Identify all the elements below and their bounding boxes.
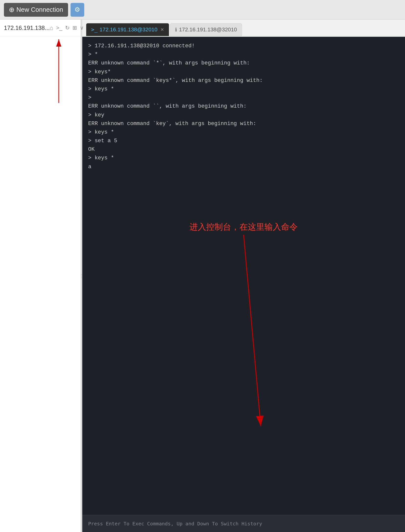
tab-info-icon: ℹ [175, 27, 177, 33]
annotation-text-label: 进入控制台，在这里输入命令 [190, 220, 298, 233]
terminal-line: ERR unknown command `*`, with args begin… [88, 59, 399, 67]
terminal-line: > keys* [88, 68, 399, 76]
annotation-area: 进入控制台，在这里输入命令 [88, 171, 399, 441]
sidebar-connection-item[interactable]: 172.16.191.138... ⌂ >_ ↻ ⊞ ∨ [0, 20, 81, 37]
chevron-down-icon[interactable]: ∨ [80, 25, 84, 31]
terminal-line: a [88, 163, 399, 171]
terminal-line: ERR unknown command ``, with args beginn… [88, 102, 399, 111]
terminal-line: > key [88, 111, 399, 119]
plus-icon: ⊕ [9, 6, 14, 14]
new-connection-label: New Connection [16, 6, 63, 13]
home-icon[interactable]: ⌂ [50, 25, 53, 31]
sidebar-toolbar: ⌂ >_ ↻ ⊞ ∨ [50, 25, 84, 31]
terminal-line: > * [88, 50, 399, 59]
terminal-output: > 172.16.191.138@32010 connected! > * ER… [82, 37, 405, 515]
terminal-line: > keys * [88, 85, 399, 93]
grid-icon[interactable]: ⊞ [72, 25, 77, 31]
terminal-line: > 172.16.191.138@32010 connected! [88, 42, 399, 50]
tab-terminal-close[interactable]: ✕ [160, 27, 164, 32]
settings-icon: ⚙ [74, 6, 80, 13]
settings-button[interactable]: ⚙ [71, 3, 84, 17]
tab-terminal-label: 172.16.191.138@32010 [100, 26, 157, 33]
terminal-line: > [88, 93, 399, 102]
new-connection-button[interactable]: ⊕ New Connection [4, 3, 68, 17]
main-layout: 172.16.191.138... ⌂ >_ ↻ ⊞ ∨ >_ [0, 20, 405, 532]
svg-line-3 [244, 235, 261, 426]
refresh-icon[interactable]: ↻ [65, 25, 70, 31]
sidebar: 172.16.191.138... ⌂ >_ ↻ ⊞ ∨ [0, 20, 81, 532]
terminal-icon[interactable]: >_ [56, 25, 62, 31]
terminal-input-bar[interactable]: Press Enter To Exec Commands, Up and Dow… [82, 515, 405, 532]
terminal-line: OK [88, 145, 399, 154]
terminal-line: > keys * [88, 128, 399, 137]
tab-terminal[interactable]: >_ 172.16.191.138@32010 ✕ [86, 23, 169, 36]
terminal-line: ERR unknown command `key`, with args beg… [88, 119, 399, 128]
tabs-bar: >_ 172.16.191.138@32010 ✕ ℹ 172.16.191.1… [82, 20, 405, 37]
connection-name: 172.16.191.138... [4, 25, 50, 31]
annotation-arrow [207, 235, 280, 431]
terminal-line: ERR unknown command `keys*`, with args b… [88, 76, 399, 85]
tab-info[interactable]: ℹ 172.16.191.138@32010 [170, 23, 242, 36]
terminal-line: > set a 5 [88, 137, 399, 145]
terminal-line: > keys * [88, 154, 399, 162]
tab-terminal-prefix: >_ [91, 26, 98, 33]
tab-info-label: 172.16.191.138@32010 [179, 26, 237, 33]
top-bar: ⊕ New Connection ⚙ [0, 0, 405, 20]
sidebar-annotation-arrow [47, 34, 71, 108]
terminal-input-hint: Press Enter To Exec Commands, Up and Dow… [88, 521, 262, 527]
content-area: >_ 172.16.191.138@32010 ✕ ℹ 172.16.191.1… [82, 20, 405, 532]
